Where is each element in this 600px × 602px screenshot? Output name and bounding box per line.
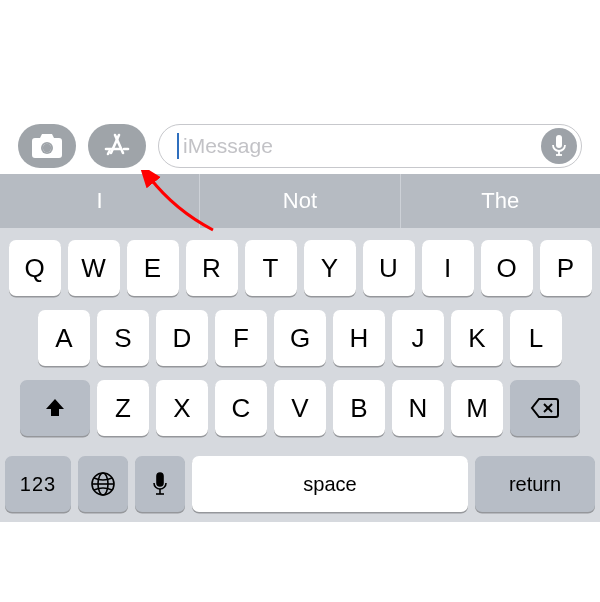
suggestion-3[interactable]: The — [400, 174, 600, 228]
shift-icon — [43, 396, 67, 420]
svg-line-7 — [108, 151, 110, 154]
key-e[interactable]: E — [127, 240, 179, 296]
key-p[interactable]: P — [540, 240, 592, 296]
microphone-icon — [152, 472, 168, 496]
app-store-button[interactable] — [88, 124, 146, 168]
camera-icon — [31, 133, 63, 159]
backspace-icon — [530, 397, 560, 419]
key-t[interactable]: T — [245, 240, 297, 296]
key-j[interactable]: J — [392, 310, 444, 366]
key-g[interactable]: G — [274, 310, 326, 366]
globe-icon — [90, 471, 116, 497]
key-l[interactable]: L — [510, 310, 562, 366]
key-i[interactable]: I — [422, 240, 474, 296]
key-u[interactable]: U — [363, 240, 415, 296]
numbers-key[interactable]: 123 — [5, 456, 71, 512]
message-input[interactable] — [183, 134, 541, 158]
key-d[interactable]: D — [156, 310, 208, 366]
key-o[interactable]: O — [481, 240, 533, 296]
dictation-key[interactable] — [135, 456, 185, 512]
key-s[interactable]: S — [97, 310, 149, 366]
space-key[interactable]: space — [192, 456, 468, 512]
key-h[interactable]: H — [333, 310, 385, 366]
key-q[interactable]: Q — [9, 240, 61, 296]
compose-bar — [0, 118, 600, 174]
message-thread-area — [0, 0, 600, 118]
key-a[interactable]: A — [38, 310, 90, 366]
key-k[interactable]: K — [451, 310, 503, 366]
key-r[interactable]: R — [186, 240, 238, 296]
key-row-bottom: 123 space return — [0, 456, 600, 522]
key-x[interactable]: X — [156, 380, 208, 436]
return-key[interactable]: return — [475, 456, 595, 512]
svg-rect-16 — [157, 473, 163, 486]
keyboard: I Not The Q W E R T Y U I O P A S D F G … — [0, 174, 600, 522]
key-row-1: Q W E R T Y U I O P — [5, 240, 595, 296]
shift-key[interactable] — [20, 380, 90, 436]
key-row-2: A S D F G H J K L — [5, 310, 595, 366]
text-cursor — [177, 133, 179, 159]
key-row-3: Z X C V B N M — [5, 380, 595, 436]
app-store-icon — [103, 132, 131, 160]
key-c[interactable]: C — [215, 380, 267, 436]
suggestion-1[interactable]: I — [0, 174, 199, 228]
key-z[interactable]: Z — [97, 380, 149, 436]
message-input-container[interactable] — [158, 124, 582, 168]
dictation-button[interactable] — [541, 128, 577, 164]
globe-key[interactable] — [78, 456, 128, 512]
suggestion-2[interactable]: Not — [199, 174, 399, 228]
camera-button[interactable] — [18, 124, 76, 168]
key-y[interactable]: Y — [304, 240, 356, 296]
key-n[interactable]: N — [392, 380, 444, 436]
svg-point-2 — [43, 144, 51, 152]
key-f[interactable]: F — [215, 310, 267, 366]
svg-rect-8 — [556, 135, 562, 148]
key-m[interactable]: M — [451, 380, 503, 436]
backspace-key[interactable] — [510, 380, 580, 436]
key-w[interactable]: W — [68, 240, 120, 296]
quicktype-bar: I Not The — [0, 174, 600, 228]
key-v[interactable]: V — [274, 380, 326, 436]
microphone-icon — [551, 135, 567, 157]
key-b[interactable]: B — [333, 380, 385, 436]
